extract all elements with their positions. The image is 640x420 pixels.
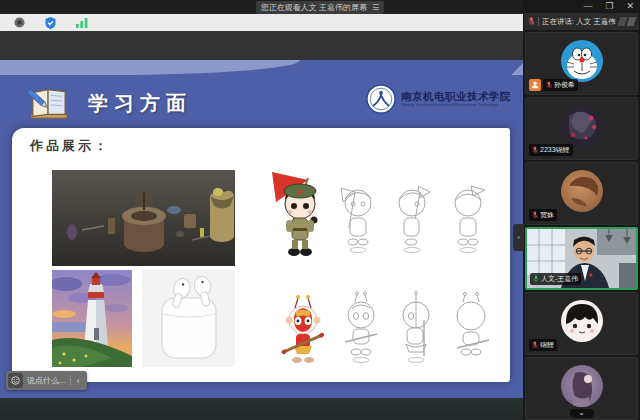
participant-tile[interactable]: 锦鲤 — [525, 292, 638, 355]
corner-decoration — [511, 63, 523, 75]
soldier-sketch-front — [335, 182, 381, 260]
monkey-sketch-side — [394, 290, 438, 364]
participant-tile-speaking[interactable]: 人文-王嘉伟 — [525, 227, 638, 290]
scroll-down-button[interactable]: ⌄ — [570, 409, 594, 418]
host-badge-icon — [529, 79, 541, 91]
participant-tile[interactable]: ⌄ — [525, 357, 638, 420]
participant-list: 孙俊希 — [523, 32, 640, 420]
speaking-mic-icon — [528, 17, 535, 26]
participant-name-badge: 人文-王嘉伟 — [530, 273, 581, 285]
slide-header: 学习方面 南京机电职业技术学院 Nanjing Vocational Insti… — [0, 76, 523, 130]
watching-tooltip-label: 您正在观看人文 王嘉伟的屏幕 — [261, 2, 367, 13]
speaking-indicator-banner: 正在讲话: 人文 王嘉伟 — [524, 13, 639, 30]
participant-name: 孙俊希 — [554, 80, 575, 90]
chat-collapse-icon[interactable]: ‹ — [75, 376, 82, 386]
shared-desktop: 学习方面 南京机电职业技术学院 Nanjing Vocational Insti… — [0, 31, 523, 420]
chat-input-placeholder[interactable]: 说点什么... — [27, 375, 66, 386]
chat-quick-bar[interactable]: 说点什么... ‹ — [6, 371, 87, 390]
monkey-character-colored — [278, 292, 328, 364]
meeting-window: 您正在观看人文 王嘉伟的屏幕 ☰ — ❐ ✕ — [0, 0, 640, 420]
record-status-icon[interactable] — [14, 17, 25, 28]
participant-name: 人文-王嘉伟 — [541, 274, 578, 284]
soldier-character-colored — [268, 168, 326, 260]
section-heading: 作品展示： — [30, 137, 110, 155]
soldier-sketch-side — [390, 182, 436, 260]
artwork-character-sheet-monkey — [278, 276, 516, 364]
close-button[interactable]: ✕ — [626, 2, 634, 11]
presentation-window: 学习方面 南京机电职业技术学院 Nanjing Vocational Insti… — [0, 60, 523, 398]
participant-name: 贾姝 — [540, 210, 554, 220]
school-name: 南京机电职业技术学院 — [401, 91, 511, 103]
artwork-3d-props-image — [52, 170, 235, 266]
mic-muted-icon — [532, 341, 538, 349]
participant-name: 2233锦鲤 — [540, 145, 570, 155]
screen-watching-tooltip: 您正在观看人文 王嘉伟的屏幕 ☰ — [256, 1, 384, 14]
book-pencil-icon — [28, 85, 70, 121]
participants-sidebar: 正在讲话: 人文 王嘉伟 — [523, 0, 640, 420]
slide-content-panel: 作品展示： — [12, 128, 510, 382]
avatar — [561, 40, 603, 82]
network-signal-icon[interactable] — [76, 18, 88, 28]
emoji-icon[interactable] — [8, 373, 23, 388]
slide-title: 学习方面 — [88, 90, 192, 117]
meeting-app-logo — [619, 17, 635, 26]
participant-name: 锦鲤 — [540, 340, 554, 350]
avatar — [561, 170, 603, 212]
menu-icon[interactable]: ☰ — [372, 3, 379, 12]
participant-name-badge: 贾姝 — [529, 209, 557, 221]
school-subtitle: Nanjing Vocational Institute of Mechatro… — [401, 103, 511, 108]
chevron-down-icon: ⌄ — [578, 408, 585, 417]
shared-screen-area: 学习方面 南京机电职业技术学院 Nanjing Vocational Insti… — [0, 0, 523, 420]
artwork-lighthouse-image — [52, 270, 132, 367]
avatar — [561, 365, 603, 407]
artwork-character-sheet-soldier — [268, 162, 516, 260]
mic-muted-icon — [532, 211, 538, 219]
minimize-button[interactable]: — — [583, 2, 592, 11]
divider — [538, 17, 539, 26]
participant-name-badge: 锦鲤 — [529, 339, 557, 351]
divider — [70, 375, 71, 386]
school-logo-icon — [366, 84, 396, 114]
school-logo-group: 南京机电职业技术学院 Nanjing Vocational Institute … — [366, 84, 511, 114]
monkey-sketch-front — [339, 290, 383, 364]
avatar — [561, 300, 603, 342]
mic-muted-icon — [532, 146, 538, 154]
window-controls: — ❐ ✕ — [583, 0, 634, 13]
maximize-button[interactable]: ❐ — [605, 2, 613, 11]
shield-icon[interactable] — [45, 17, 56, 29]
soldier-sketch-back — [445, 182, 491, 260]
participant-tile[interactable]: 孙俊希 — [525, 32, 638, 95]
shared-toolbar — [0, 14, 523, 31]
mic-active-icon — [533, 275, 539, 283]
chevron-right-icon: › — [517, 233, 520, 242]
participant-name-badge: 2233锦鲤 — [529, 144, 573, 156]
header-decoration — [0, 60, 300, 75]
sidebar-collapse-tab[interactable]: › — [513, 224, 524, 251]
participant-tile[interactable]: 贾姝 — [525, 162, 638, 225]
participant-name-badge: 孙俊希 — [543, 79, 578, 91]
artwork-airpods-image — [142, 270, 235, 367]
mic-muted-icon — [546, 81, 552, 89]
speaking-indicator-label: 正在讲话: 人文 王嘉伟 — [542, 17, 616, 27]
avatar — [561, 105, 603, 147]
monkey-sketch-back — [449, 290, 493, 364]
participant-tile[interactable]: 2233锦鲤 — [525, 97, 638, 160]
